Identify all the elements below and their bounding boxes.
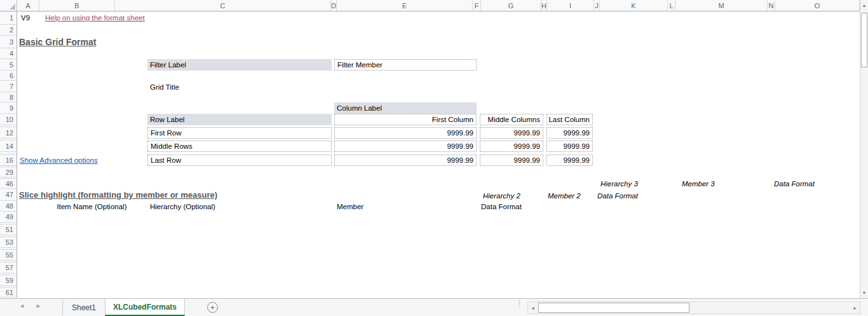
row-header-3[interactable]: 3 [0,36,17,48]
cell-a1-version[interactable]: V9 [18,12,37,24]
row-header-57[interactable]: 57 [0,263,17,273]
row-header-59[interactable]: 59 [0,275,17,286]
row-header-55[interactable]: 55 [0,250,17,261]
select-all-button[interactable] [0,0,17,11]
member3-label[interactable]: Member 3 [679,179,727,188]
data-format3-label[interactable]: Data Format [771,179,825,188]
sheet-tab-bar: ◄ ► Sheet1 XLCubedFormats + ⋮ ◄ ► [0,298,868,316]
hierarchy-optional-label[interactable]: Hierarchy (Optional) [147,201,252,212]
grid-title-cell[interactable]: Grid Title [147,81,243,92]
sheet-grid[interactable]: V9Help on using the format sheetBasic Gr… [0,0,860,298]
hierarchy2-label[interactable]: Hierarchy 2 [480,191,531,200]
first-column-header-cell[interactable]: First Column [334,114,477,125]
value-cell[interactable]: 9999.99 [334,155,477,166]
row-header-16[interactable]: 16 [0,155,17,166]
column-header-I[interactable]: I [547,0,594,11]
row-header-2[interactable]: 2 [0,25,17,36]
row-header-12[interactable]: 12 [0,127,17,139]
data-format-label[interactable]: Data Format [478,201,542,212]
value-cell[interactable]: 9999.99 [546,155,593,166]
tab-nav-left-icon[interactable]: ◄ [19,303,25,309]
row-header-6[interactable]: 6 [0,71,17,81]
tabbar-resize-handle-icon[interactable]: ⋮ [516,301,523,305]
column-header-J[interactable]: J [594,0,600,11]
value-cell[interactable]: 9999.99 [480,141,543,152]
filter-member-cell[interactable]: Filter Member [334,59,477,71]
value-cell[interactable]: 9999.99 [480,127,543,139]
row-header-9[interactable]: 9 [0,102,17,114]
value-cell[interactable]: 9999.99 [334,127,477,139]
help-link[interactable]: Help on using the format sheet [43,12,170,24]
column-header-N[interactable]: N [768,0,775,11]
column-header-K[interactable]: K [600,0,668,11]
last-column-header-cell[interactable]: Last Column [546,114,593,125]
row-header-48[interactable]: 48 [0,201,17,212]
vertical-scrollbar[interactable]: ▲ ▼ [860,0,868,298]
tab-sheet1[interactable]: Sheet1 [63,299,105,316]
value-cell[interactable]: 9999.99 [546,127,593,139]
excel-window: V9Help on using the format sheetBasic Gr… [0,0,868,316]
select-all-triangle-icon [10,4,15,10]
column-header-B[interactable]: B [39,0,115,11]
row-header-51[interactable]: 51 [0,224,17,235]
scroll-left-icon: ◄ [531,306,535,310]
column-header-E[interactable]: E [337,0,473,11]
value-cell[interactable]: 9999.99 [480,155,543,166]
member-label[interactable]: Member [334,201,398,212]
row-header-7[interactable]: 7 [0,81,17,92]
row-header-8[interactable]: 8 [0,92,17,102]
hierarchy3-label[interactable]: Hierarchy 3 [598,179,649,188]
row-header-10[interactable]: 10 [0,114,17,125]
column-header-O[interactable]: O [775,0,860,11]
column-header-F[interactable]: F [473,0,481,11]
row-header-61[interactable]: 61 [0,288,17,298]
last-row-label-cell[interactable]: Last Row [147,155,332,166]
row-header-29[interactable]: 29 [0,167,17,177]
row-label-cell[interactable]: Row Label [147,114,332,125]
horizontal-scrollbar-thumb[interactable] [538,303,689,313]
row-header-46[interactable]: 46 [0,179,17,189]
scroll-up-button[interactable]: ▲ [860,0,868,11]
scroll-down-icon: ▼ [862,291,867,295]
column-header-L[interactable]: L [668,0,675,11]
filter-label-cell[interactable]: Filter Label [147,59,332,71]
column-header-G[interactable]: G [481,0,541,11]
value-cell[interactable]: 9999.99 [546,141,593,152]
row-header-53[interactable]: 53 [0,237,17,248]
section-title-basic-grid[interactable]: Basic Grid Format [17,36,182,48]
column-header-H[interactable]: H [541,0,547,11]
row-header-4[interactable]: 4 [0,48,17,59]
column-header-C[interactable]: C [115,0,331,11]
scroll-up-icon: ▲ [862,3,867,8]
row-header-1[interactable]: 1 [0,11,17,25]
vertical-scrollbar-thumb[interactable] [861,13,867,67]
column-header-A[interactable]: A [17,0,39,11]
scroll-down-button[interactable]: ▼ [860,287,868,298]
first-row-label-cell[interactable]: First Row [147,127,332,139]
scroll-left-button[interactable]: ◄ [528,302,538,313]
scroll-right-icon: ► [853,306,857,310]
middle-columns-header-cell[interactable]: Middle Columns [480,114,543,125]
member2-label[interactable]: Member 2 [545,191,593,200]
row-header-5[interactable]: 5 [0,59,17,71]
row-headers: 123456789101214162946474849515355575961 [0,11,17,298]
row-header-47[interactable]: 47 [0,189,17,201]
tab-xlcubedformats[interactable]: XLCubedFormats [105,299,185,316]
scroll-right-button[interactable]: ► [850,302,860,313]
tab-nav-right-icon[interactable]: ► [36,303,41,309]
column-header-D[interactable]: D [331,0,337,11]
data-format2-label[interactable]: Data Format [595,191,649,200]
column-header-M[interactable]: M [675,0,768,11]
item-name-label[interactable]: Item Name (Optional) [39,201,144,212]
column-label-cell[interactable]: Column Label [334,102,477,114]
row-header-49[interactable]: 49 [0,212,17,223]
show-advanced-options-link[interactable]: Show Advanced options [17,155,109,165]
horizontal-scrollbar[interactable]: ◄ ► [527,301,860,314]
column-headers: ABCDEFGHIJKLMNO [0,0,860,11]
row-header-14[interactable]: 14 [0,141,17,152]
middle-rows-label-cell[interactable]: Middle Rows [147,141,332,152]
value-cell[interactable]: 9999.99 [334,141,477,152]
add-sheet-button[interactable]: + [207,302,218,313]
section-title-slice-highlight[interactable]: Slice highlight (formatting by member or… [17,189,315,201]
